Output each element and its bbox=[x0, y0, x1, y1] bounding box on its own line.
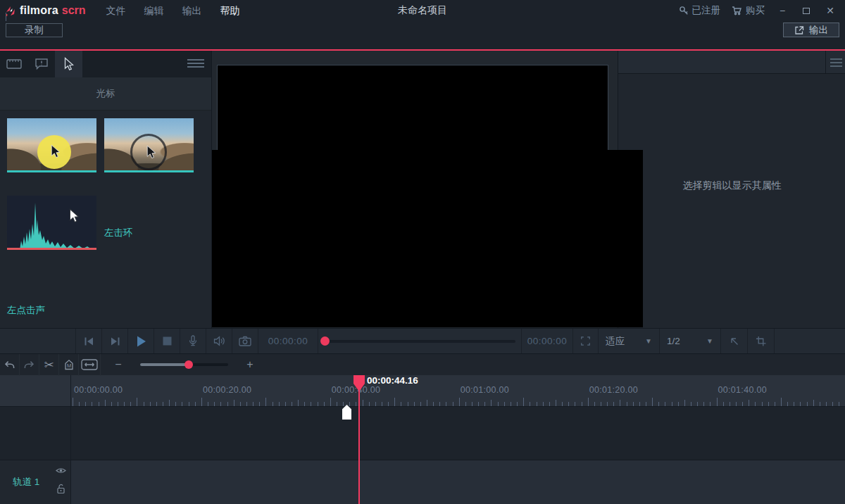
pan-mode-button[interactable] bbox=[721, 329, 748, 353]
logo-trademark-tick: ' bbox=[6, 13, 6, 21]
click-ring-preview bbox=[104, 118, 194, 172]
track-header: 轨道 1 bbox=[0, 460, 70, 504]
menu-output[interactable]: 输出 bbox=[173, 0, 211, 21]
properties-menu-button[interactable] bbox=[830, 58, 842, 67]
ruler-label: 00:00:00.00 bbox=[74, 385, 123, 395]
timeline-ruler[interactable]: 00:00:00.0000:00:20.0000:00:40.0000:01:0… bbox=[0, 375, 845, 407]
timeline-zoom-control: − + bbox=[109, 358, 259, 371]
fit-width-icon bbox=[81, 359, 98, 370]
record-button[interactable]: 录制 bbox=[6, 23, 63, 37]
app-logo: filmora scrn ' bbox=[6, 4, 86, 17]
zoom-in-button[interactable]: + bbox=[241, 358, 259, 371]
assets-tabstrip bbox=[0, 51, 211, 77]
timeline: 00:00:00.0000:00:20.0000:00:40.0000:01:0… bbox=[0, 375, 845, 504]
export-button[interactable]: 输出 bbox=[783, 23, 839, 37]
next-frame-button[interactable] bbox=[102, 329, 128, 353]
snapshot-button[interactable] bbox=[232, 329, 258, 353]
audio-button[interactable] bbox=[206, 329, 232, 353]
fit-mode-value: 适应 bbox=[606, 335, 625, 348]
add-marker-button[interactable]: M bbox=[59, 354, 79, 376]
redo-button[interactable] bbox=[20, 354, 39, 376]
zoom-to-fit-button[interactable] bbox=[79, 354, 101, 376]
close-icon: ✕ bbox=[826, 5, 834, 16]
total-time: 00:00:00 bbox=[522, 329, 573, 353]
menu-edit[interactable]: 编辑 bbox=[135, 0, 173, 21]
zoom-out-button[interactable]: − bbox=[109, 358, 127, 371]
current-time: 00:00:00 bbox=[258, 329, 318, 353]
play-button[interactable] bbox=[128, 329, 154, 353]
close-button[interactable]: ✕ bbox=[820, 0, 841, 21]
registered-status[interactable]: 已注册 bbox=[675, 4, 725, 17]
action-bar: 录制 输出 bbox=[0, 21, 845, 49]
fit-mode-dropdown[interactable]: 适应 ▼ bbox=[599, 329, 660, 353]
zoom-slider-handle[interactable] bbox=[184, 360, 193, 369]
cursor-icon bbox=[63, 57, 74, 71]
marker-icon: M bbox=[63, 359, 75, 370]
asset-label: 左点击声 bbox=[7, 304, 45, 317]
click-sound-preview bbox=[7, 196, 96, 250]
film-icon bbox=[6, 58, 22, 70]
tab-annotations[interactable] bbox=[27, 51, 55, 77]
fullscreen-button[interactable] bbox=[573, 329, 599, 353]
section-header: 光标 bbox=[0, 77, 211, 111]
playhead-line[interactable] bbox=[358, 375, 360, 504]
zoom-slider[interactable] bbox=[140, 363, 228, 366]
assets-panel: 光标 光标亮点 左击环 bbox=[0, 51, 211, 328]
asset-cursor-highlight[interactable] bbox=[7, 118, 96, 175]
asset-left-click-sound[interactable] bbox=[7, 196, 96, 252]
callout-icon bbox=[35, 58, 49, 70]
minimize-button[interactable]: − bbox=[772, 0, 793, 21]
export-icon bbox=[794, 25, 804, 35]
properties-panel: 选择剪辑以显示其属性 bbox=[618, 51, 845, 328]
menu-help[interactable]: 帮助 bbox=[211, 0, 249, 21]
fullscreen-icon bbox=[580, 336, 591, 346]
seek-bar[interactable] bbox=[318, 329, 522, 353]
timeline-gutter-divider bbox=[70, 375, 71, 504]
panel-menu-button[interactable] bbox=[187, 59, 204, 68]
chevron-down-icon: ▼ bbox=[645, 337, 652, 345]
menu-file[interactable]: 文件 bbox=[97, 0, 135, 21]
next-frame-icon bbox=[110, 336, 120, 346]
scissors-icon: ✂ bbox=[44, 358, 54, 372]
cursor-highlight-preview bbox=[7, 118, 96, 172]
seek-handle[interactable] bbox=[320, 336, 330, 346]
undo-button[interactable] bbox=[0, 354, 20, 376]
stop-icon bbox=[163, 336, 172, 346]
tab-cursor[interactable] bbox=[55, 51, 82, 77]
asset-left-click-ring[interactable] bbox=[104, 118, 194, 175]
tab-media[interactable] bbox=[0, 51, 27, 77]
svg-text:M: M bbox=[66, 363, 70, 369]
logo-brand-text: filmora bbox=[20, 4, 58, 17]
ruler-label: 00:00:20.00 bbox=[203, 385, 251, 395]
microphone-icon bbox=[187, 335, 199, 347]
unlock-icon bbox=[56, 484, 65, 494]
camera-icon bbox=[239, 336, 251, 346]
previous-frame-button[interactable] bbox=[76, 329, 102, 353]
maximize-icon bbox=[803, 8, 810, 14]
track-lane[interactable] bbox=[71, 460, 845, 504]
ruler-label: 00:01:20.00 bbox=[589, 385, 638, 395]
split-button[interactable]: ✂ bbox=[39, 354, 59, 376]
preview-scale-dropdown[interactable]: 1/2 ▼ bbox=[660, 329, 721, 353]
thumb-underline bbox=[7, 248, 96, 250]
filmora-scrn-window: filmora scrn ' 文件 编辑 输出 帮助 未命名项目 已注册 购买 bbox=[0, 0, 845, 504]
redo-icon bbox=[23, 360, 35, 370]
playback-bar: 00:00:00 00:00:00 适应 ▼ 1/2 ▼ bbox=[0, 328, 845, 353]
thumb-underline bbox=[104, 170, 194, 172]
minimize-icon: − bbox=[780, 5, 785, 16]
key-icon bbox=[679, 6, 689, 15]
cart-icon bbox=[732, 6, 742, 15]
previous-frame-icon bbox=[84, 336, 94, 346]
crop-button[interactable] bbox=[748, 329, 775, 353]
asset-label: 左击环 bbox=[104, 227, 133, 239]
seek-track[interactable] bbox=[324, 340, 515, 343]
track-visibility-toggle[interactable] bbox=[56, 467, 66, 474]
buy-button[interactable]: 购买 bbox=[727, 4, 769, 17]
track-lock-toggle[interactable] bbox=[56, 484, 65, 494]
microphone-button[interactable] bbox=[180, 329, 206, 353]
thumb-underline bbox=[7, 170, 96, 172]
timeline-marker[interactable] bbox=[342, 405, 351, 420]
undo-icon bbox=[4, 360, 15, 370]
stop-button[interactable] bbox=[154, 329, 180, 353]
maximize-button[interactable] bbox=[796, 0, 817, 21]
